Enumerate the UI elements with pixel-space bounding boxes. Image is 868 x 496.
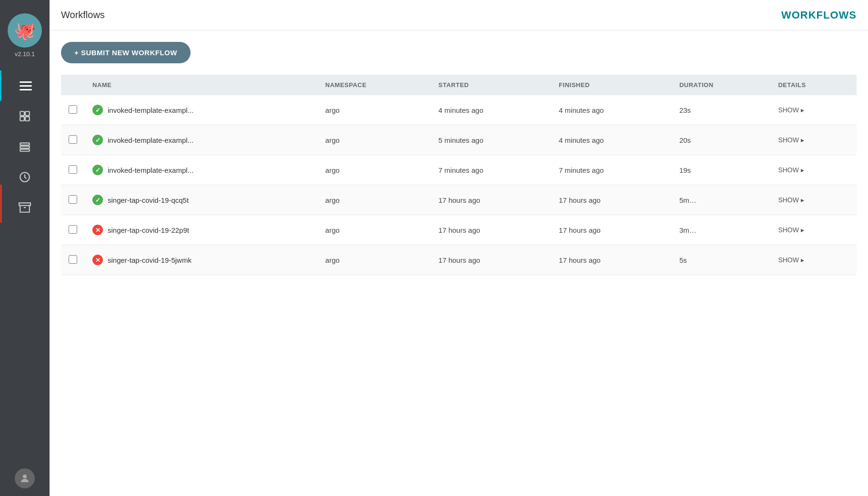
table-row: ✓ invoked-template-exampl... argo 5 minu… bbox=[61, 125, 857, 155]
row-finished-cell: 4 minutes ago bbox=[551, 125, 672, 155]
workflow-name: invoked-template-exampl... bbox=[108, 166, 193, 174]
success-icon: ✓ bbox=[92, 135, 103, 145]
hamburger-icon bbox=[20, 81, 32, 90]
workflow-name: invoked-template-exampl... bbox=[108, 106, 193, 114]
clock-icon bbox=[19, 171, 31, 183]
row-checkbox-cell bbox=[61, 245, 85, 275]
col-started: STARTED bbox=[431, 75, 551, 95]
template-icon bbox=[19, 110, 31, 122]
row-namespace-cell: argo bbox=[318, 245, 431, 275]
sidebar-item-stacked[interactable] bbox=[0, 131, 50, 162]
col-duration: DURATION bbox=[672, 75, 771, 95]
workflow-name: singer-tap-covid-19-qcq5t bbox=[108, 196, 189, 204]
row-duration-cell: 5s bbox=[672, 245, 771, 275]
row-name-cell: ✓ invoked-template-exampl... bbox=[85, 125, 318, 155]
col-checkbox bbox=[61, 75, 85, 95]
red-indicator bbox=[0, 185, 2, 223]
row-namespace-cell: argo bbox=[318, 155, 431, 185]
row-duration-cell: 20s bbox=[672, 125, 771, 155]
error-icon: ✕ bbox=[92, 225, 103, 235]
workflow-name: singer-tap-covid-19-5jwmk bbox=[108, 256, 192, 264]
row-checkbox-cell bbox=[61, 155, 85, 185]
row-name-cell: ✓ invoked-template-exampl... bbox=[85, 95, 318, 125]
submit-workflow-button[interactable]: + SUBMIT NEW WORKFLOW bbox=[61, 42, 191, 63]
version-label: v2.10.1 bbox=[15, 50, 35, 58]
table-row: ✓ invoked-template-exampl... argo 7 minu… bbox=[61, 155, 857, 185]
col-details: DETAILS bbox=[770, 75, 857, 95]
row-namespace-cell: argo bbox=[318, 125, 431, 155]
svg-rect-6 bbox=[20, 149, 30, 151]
row-checkbox-2[interactable] bbox=[69, 165, 77, 174]
row-duration-cell: 23s bbox=[672, 95, 771, 125]
svg-rect-0 bbox=[20, 111, 24, 116]
svg-rect-8 bbox=[19, 203, 30, 205]
sidebar-item-menu[interactable] bbox=[0, 70, 50, 101]
row-checkbox-0[interactable] bbox=[69, 105, 77, 114]
row-details-cell: SHOW ▸ bbox=[770, 155, 857, 185]
row-started-cell: 5 minutes ago bbox=[431, 125, 551, 155]
row-namespace-cell: argo bbox=[318, 185, 431, 215]
row-duration-cell: 19s bbox=[672, 155, 771, 185]
row-finished-cell: 7 minutes ago bbox=[551, 155, 672, 185]
row-name-cell: ✓ singer-tap-covid-19-qcq5t bbox=[85, 185, 318, 215]
row-details-cell: SHOW ▸ bbox=[770, 185, 857, 215]
user-avatar-icon bbox=[15, 468, 35, 488]
row-started-cell: 17 hours ago bbox=[431, 215, 551, 245]
show-details-link[interactable]: SHOW ▸ bbox=[778, 166, 849, 174]
col-name: NAME bbox=[85, 75, 318, 95]
row-finished-cell: 17 hours ago bbox=[551, 245, 672, 275]
success-icon: ✓ bbox=[92, 195, 103, 205]
workflows-table: NAME NAMESPACE STARTED FINISHED DURATION… bbox=[61, 75, 857, 275]
svg-rect-4 bbox=[20, 143, 30, 145]
row-checkbox-cell bbox=[61, 215, 85, 245]
row-started-cell: 17 hours ago bbox=[431, 245, 551, 275]
logo-area: 🐙 v2.10.1 bbox=[0, 0, 50, 67]
success-icon: ✓ bbox=[92, 105, 103, 115]
row-name-cell: ✓ invoked-template-exampl... bbox=[85, 155, 318, 185]
row-checkbox-5[interactable] bbox=[69, 255, 77, 264]
show-details-link[interactable]: SHOW ▸ bbox=[778, 106, 849, 114]
sidebar-item-cron[interactable] bbox=[0, 162, 50, 192]
svg-rect-1 bbox=[25, 111, 30, 116]
row-finished-cell: 4 minutes ago bbox=[551, 95, 672, 125]
row-checkbox-cell bbox=[61, 125, 85, 155]
error-icon: ✕ bbox=[92, 255, 103, 265]
svg-rect-3 bbox=[25, 117, 30, 121]
table-header: NAME NAMESPACE STARTED FINISHED DURATION… bbox=[61, 75, 857, 95]
sidebar: 🐙 v2.10.1 bbox=[0, 0, 50, 496]
row-name-cell: ✕ singer-tap-covid-19-22p9t bbox=[85, 215, 318, 245]
row-namespace-cell: argo bbox=[318, 95, 431, 125]
row-duration-cell: 3m… bbox=[672, 215, 771, 245]
row-finished-cell: 17 hours ago bbox=[551, 185, 672, 215]
row-details-cell: SHOW ▸ bbox=[770, 245, 857, 275]
show-details-link[interactable]: SHOW ▸ bbox=[778, 196, 849, 204]
row-checkbox-4[interactable] bbox=[69, 225, 77, 234]
workflow-name: singer-tap-covid-19-22p9t bbox=[108, 226, 189, 234]
table-row: ✕ singer-tap-covid-19-22p9t argo 17 hour… bbox=[61, 215, 857, 245]
svg-rect-2 bbox=[20, 117, 24, 121]
col-finished: FINISHED bbox=[551, 75, 672, 95]
sidebar-item-templates[interactable] bbox=[0, 101, 50, 131]
table-row: ✕ singer-tap-covid-19-5jwmk argo 17 hour… bbox=[61, 245, 857, 275]
table-row: ✓ singer-tap-covid-19-qcq5t argo 17 hour… bbox=[61, 185, 857, 215]
row-details-cell: SHOW ▸ bbox=[770, 125, 857, 155]
stacked-icon bbox=[19, 140, 31, 153]
page-title: Workflows bbox=[61, 10, 105, 20]
svg-rect-5 bbox=[20, 146, 30, 148]
row-finished-cell: 17 hours ago bbox=[551, 215, 672, 245]
row-duration-cell: 5m… bbox=[672, 185, 771, 215]
sidebar-user[interactable] bbox=[15, 468, 35, 488]
row-namespace-cell: argo bbox=[318, 215, 431, 245]
row-checkbox-cell bbox=[61, 95, 85, 125]
show-details-link[interactable]: SHOW ▸ bbox=[778, 136, 849, 144]
show-details-link[interactable]: SHOW ▸ bbox=[778, 256, 849, 264]
row-started-cell: 7 minutes ago bbox=[431, 155, 551, 185]
show-details-link[interactable]: SHOW ▸ bbox=[778, 226, 849, 234]
row-details-cell: SHOW ▸ bbox=[770, 215, 857, 245]
brand-label: WORKFLOWS bbox=[781, 9, 857, 21]
archive-icon bbox=[19, 201, 31, 214]
sidebar-item-archive[interactable] bbox=[0, 192, 50, 223]
row-checkbox-3[interactable] bbox=[69, 195, 77, 204]
row-started-cell: 17 hours ago bbox=[431, 185, 551, 215]
row-checkbox-1[interactable] bbox=[69, 135, 77, 144]
